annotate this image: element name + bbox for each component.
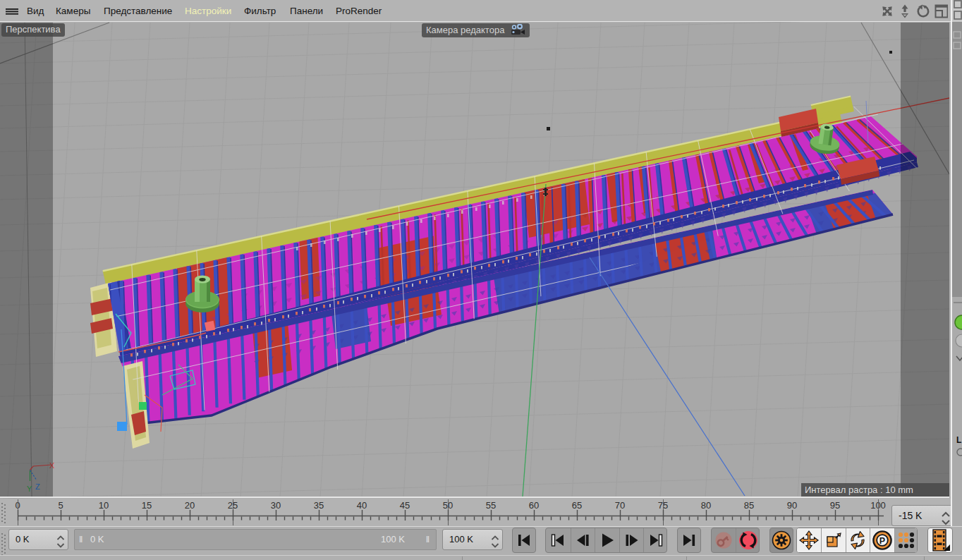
svg-text:Интервал растра : 10 mm: Интервал растра : 10 mm: [805, 485, 913, 495]
svg-text:L: L: [956, 435, 961, 445]
svg-text:P: P: [879, 536, 885, 546]
